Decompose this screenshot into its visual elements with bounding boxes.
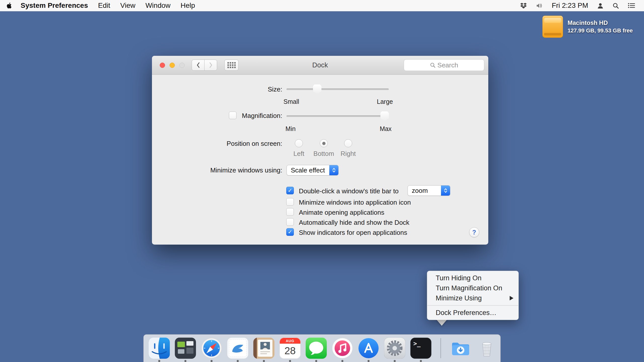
dock-finder[interactable] <box>149 338 170 359</box>
double-click-action-value: zoom <box>408 186 441 196</box>
dock-context-menu: Turn Hiding On Turn Magnification On Min… <box>427 271 519 320</box>
dock-safari[interactable] <box>201 338 222 359</box>
user-icon[interactable] <box>597 3 603 9</box>
downloads-folder-icon <box>450 338 471 359</box>
running-indicator <box>394 360 396 362</box>
system-preferences-icon <box>384 338 405 359</box>
macintosh-hd-icon[interactable] <box>542 16 563 38</box>
magnification-checkbox[interactable] <box>229 112 236 119</box>
calendar-month: AUG <box>286 339 294 343</box>
safari-icon <box>201 338 222 359</box>
finder-icon <box>149 338 170 359</box>
minimize-effect-value: Scale effect <box>287 165 329 175</box>
calendar-icon: AUG 28 <box>279 338 301 359</box>
contacts-icon <box>253 338 274 359</box>
position-right-label: Right <box>341 150 356 158</box>
search-icon <box>430 62 435 68</box>
menu-help[interactable]: Help <box>181 0 195 11</box>
dock-mission-control[interactable] <box>175 338 196 359</box>
running-indicator <box>289 360 291 362</box>
auto-hide-label: Automatically hide and show the Dock <box>299 219 409 227</box>
size-min-label: Small <box>284 98 299 105</box>
magnification-slider-thumb[interactable] <box>380 111 389 121</box>
size-slider-thumb[interactable] <box>313 84 321 94</box>
dock-itunes[interactable] <box>332 338 353 359</box>
dock-terminal[interactable]: >_ <box>410 338 431 359</box>
dock-downloads[interactable] <box>450 338 471 359</box>
double-click-checkbox[interactable] <box>286 187 294 194</box>
running-indicator <box>368 360 370 362</box>
mission-control-icon <box>175 338 196 359</box>
dock-preferences-window: Dock Search Size: Small Large Magnificat… <box>152 56 488 245</box>
double-click-action-dropdown[interactable]: zoom <box>408 185 450 196</box>
stepper-arrows-icon <box>329 165 338 175</box>
disk-name: Macintosh HD <box>568 19 633 26</box>
animate-opening-checkbox[interactable] <box>286 208 294 216</box>
position-radio-bottom[interactable] <box>320 139 328 147</box>
position-radio-left[interactable] <box>295 139 303 147</box>
dock-system-preferences[interactable] <box>384 338 405 359</box>
dock-trash[interactable] <box>476 338 497 359</box>
auto-hide-checkbox[interactable] <box>286 218 294 226</box>
dock-contacts[interactable] <box>253 338 274 359</box>
menu-app-name[interactable]: System Preferences <box>21 0 88 11</box>
running-indicator <box>263 360 265 362</box>
position-left-label: Left <box>293 150 304 158</box>
menu-bar: System Preferences Edit View Window Help… <box>0 0 644 11</box>
running-indicator <box>341 360 343 362</box>
running-indicator <box>158 360 160 362</box>
spotlight-search-icon[interactable] <box>613 3 619 9</box>
dock-mail[interactable] <box>227 338 248 359</box>
menu-separator <box>427 305 518 306</box>
search-input[interactable]: Search <box>404 59 484 71</box>
itunes-icon <box>332 338 353 359</box>
messages-icon <box>306 338 327 359</box>
window-titlebar[interactable]: Dock Search <box>152 56 488 75</box>
desktop-disk[interactable]: Macintosh HD 127.99 GB, 99.53 GB free <box>542 16 633 38</box>
running-indicator <box>315 360 317 362</box>
submenu-arrow-icon <box>510 296 513 300</box>
size-slider[interactable] <box>287 88 389 90</box>
magnification-min-label: Min <box>286 125 296 132</box>
magnification-label: Magnification: <box>242 112 282 120</box>
stepper-arrows-icon <box>441 186 450 196</box>
menu-item-turn-hiding-on[interactable]: Turn Hiding On <box>427 273 518 283</box>
notification-center-icon[interactable] <box>628 3 635 8</box>
minimize-into-icon-label: Minimize windows into application icon <box>299 199 411 206</box>
show-indicators-label: Show indicators for open applications <box>299 229 407 237</box>
mail-icon <box>227 338 248 359</box>
dock-separator[interactable] <box>440 338 441 358</box>
context-menu-tail <box>436 319 448 326</box>
menu-window[interactable]: Window <box>145 0 171 11</box>
minimize-using-label: Minimize windows using: <box>210 166 282 174</box>
running-indicator <box>211 360 213 362</box>
position-radio-right[interactable] <box>344 139 352 147</box>
dropbox-icon[interactable] <box>520 3 527 9</box>
animate-opening-label: Animate opening applications <box>299 209 384 216</box>
menu-edit[interactable]: Edit <box>98 0 110 11</box>
dock-messages[interactable] <box>306 338 327 359</box>
position-label: Position on screen: <box>227 140 282 148</box>
dock-app-store[interactable] <box>358 338 379 359</box>
menu-item-minimize-using[interactable]: Minimize Using <box>427 293 518 303</box>
menu-item-dock-preferences[interactable]: Dock Preferences… <box>427 308 518 318</box>
minimize-effect-dropdown[interactable]: Scale effect <box>287 165 339 175</box>
menu-item-turn-magnification-on[interactable]: Turn Magnification On <box>427 283 518 293</box>
trash-icon <box>476 338 497 359</box>
menu-view[interactable]: View <box>120 0 135 11</box>
apple-menu-icon[interactable] <box>7 2 13 9</box>
search-placeholder: Search <box>437 61 458 69</box>
position-bottom-label: Bottom <box>313 150 334 158</box>
desktop: System Preferences Edit View Window Help… <box>0 0 644 362</box>
minimize-into-icon-checkbox[interactable] <box>286 198 294 206</box>
help-button[interactable]: ? <box>469 227 479 237</box>
calendar-day: 28 <box>285 345 296 356</box>
volume-icon[interactable] <box>536 3 543 9</box>
app-store-icon <box>358 338 379 359</box>
size-label: Size: <box>268 85 282 93</box>
menu-clock[interactable]: Fri 2:23 PM <box>552 0 588 11</box>
dock: AUG 28 <box>143 334 501 362</box>
magnification-slider[interactable] <box>287 115 389 117</box>
show-indicators-checkbox[interactable] <box>286 228 294 236</box>
dock-calendar[interactable]: AUG 28 <box>279 338 301 359</box>
